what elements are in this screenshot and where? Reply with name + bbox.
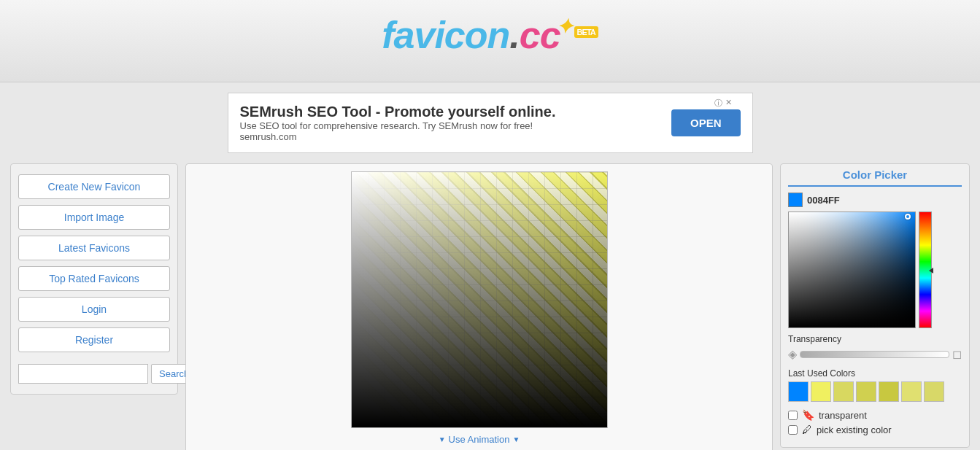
transparent-checkbox[interactable] <box>788 411 798 420</box>
favicon-canvas[interactable] <box>351 171 608 428</box>
last-used-colors <box>788 381 962 402</box>
canvas-area: ▼ Use Animation ▼ <box>185 163 773 450</box>
ad-description: Use SEO tool for comprehensive research.… <box>240 120 556 131</box>
ad-info-icon[interactable]: ⓘ <box>714 98 722 109</box>
gradient-cursor <box>905 214 911 220</box>
ad-controls[interactable]: ⓘ ✕ <box>714 98 732 109</box>
beta-badge: BETA <box>574 26 598 38</box>
site-logo: favicon.cc✦BETA <box>382 13 598 57</box>
logo-dot: . <box>509 13 519 57</box>
ad-open-button[interactable]: OPEN <box>671 109 741 136</box>
color-picker-title: Color Picker <box>788 168 962 187</box>
logo-favicon-text: favicon <box>382 13 509 57</box>
sun-icon: ✦ <box>556 15 572 39</box>
color-gradient-picker[interactable] <box>788 212 916 328</box>
search-input[interactable] <box>18 364 148 384</box>
transparency-left-icon: ◈ <box>788 347 797 361</box>
pick-color-checkbox-row: 🖊 pick existing color <box>788 424 962 435</box>
last-used-swatch-6[interactable] <box>901 381 922 402</box>
hue-slider[interactable] <box>919 212 932 328</box>
last-used-swatch-2[interactable] <box>811 381 831 402</box>
transparent-checkbox-row: 🔖 transparent <box>788 409 962 421</box>
sidebar: Create New Favicon Import Image Latest F… <box>10 163 178 395</box>
ad-close-icon[interactable]: ✕ <box>725 98 732 109</box>
search-area: Search <box>18 364 170 384</box>
login-button[interactable]: Login <box>18 297 170 322</box>
transparent-icon: 🔖 <box>802 409 814 421</box>
last-used-label: Last Used Colors <box>788 368 962 379</box>
import-image-button[interactable]: Import Image <box>18 205 170 230</box>
transparent-label: transparent <box>819 410 867 421</box>
create-new-favicon-button[interactable]: Create New Favicon <box>18 174 170 199</box>
picker-container <box>788 212 962 328</box>
last-used-swatch-7[interactable] <box>924 381 944 402</box>
transparency-row: ◈ ◻ <box>788 347 962 361</box>
pick-color-label: pick existing color <box>817 424 892 435</box>
color-picker-panel: Color Picker 0084FF Transparency ◈ ◻ Las… <box>780 163 970 448</box>
eyedropper-icon: 🖊 <box>802 424 812 435</box>
ad-domain: semrush.com <box>240 131 556 142</box>
arrow-down-icon: ▼ <box>439 435 446 443</box>
register-button[interactable]: Register <box>18 327 170 352</box>
last-used-swatch-4[interactable] <box>856 381 876 402</box>
header: favicon.cc✦BETA favicon.cc <box>0 0 980 82</box>
last-used-swatch-3[interactable] <box>833 381 854 402</box>
use-animation-toggle[interactable]: ▼ Use Animation ▼ <box>439 434 520 445</box>
top-rated-favicons-button[interactable]: Top Rated Favicons <box>18 266 170 291</box>
ad-title: SEMrush SEO Tool - Promote yourself onli… <box>240 104 556 120</box>
arrow-down-icon-right: ▼ <box>512 435 520 443</box>
hex-value-label: 0084FF <box>807 195 840 206</box>
ad-banner: ⓘ ✕ SEMrush SEO Tool - Promote yourself … <box>228 93 753 153</box>
logo-cc-text: cc <box>520 13 560 57</box>
use-animation-label[interactable]: Use Animation <box>449 434 510 445</box>
transparency-right-icon: ◻ <box>952 347 962 361</box>
color-hex-row: 0084FF <box>788 193 962 207</box>
last-used-swatch-5[interactable] <box>879 381 899 402</box>
current-color-swatch[interactable] <box>788 193 803 207</box>
transparency-label: Transparency <box>788 334 962 344</box>
last-used-swatch-1[interactable] <box>788 381 809 402</box>
hue-cursor <box>929 268 933 274</box>
latest-favicons-button[interactable]: Latest Favicons <box>18 236 170 260</box>
pick-color-checkbox[interactable] <box>788 425 798 435</box>
transparency-slider[interactable] <box>800 351 949 358</box>
ad-content: SEMrush SEO Tool - Promote yourself onli… <box>240 104 556 142</box>
main-layout: Create New Favicon Import Image Latest F… <box>0 163 980 450</box>
